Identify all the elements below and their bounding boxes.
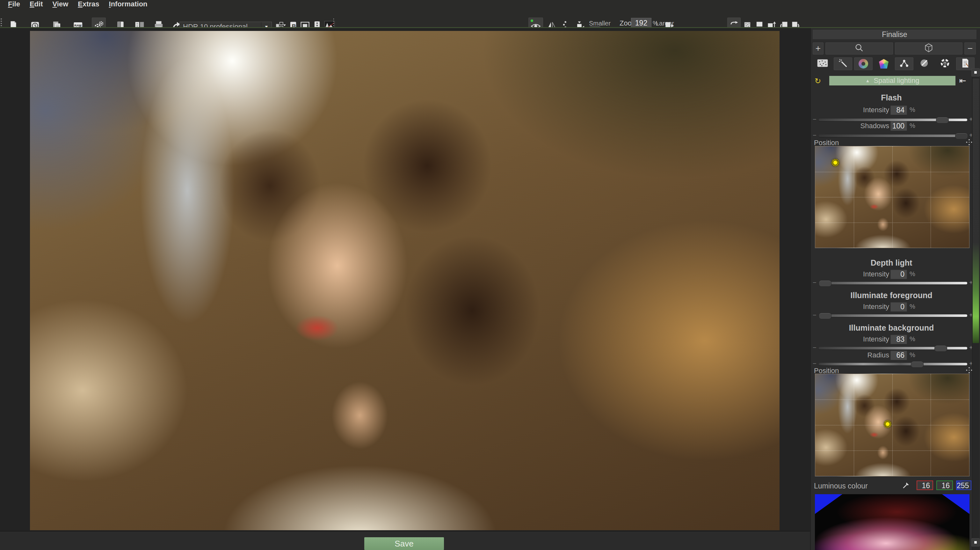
cube-icon: [924, 43, 934, 54]
illuminate-foreground-slider[interactable]: [819, 314, 967, 317]
section-header-label: Spatial lighting: [873, 77, 919, 85]
slider-minus[interactable]: −: [813, 279, 816, 286]
illuminate-background-slider[interactable]: [819, 347, 967, 349]
depth-light-intensity-row: Intensity 0 %: [811, 269, 977, 279]
illuminate-foreground-intensity-label: Intensity: [811, 303, 889, 311]
slider-minus[interactable]: −: [813, 311, 816, 319]
tab-nodes[interactable]: [895, 57, 913, 70]
search-input[interactable]: [826, 42, 893, 54]
panel-scrollbar-thumb[interactable]: [973, 78, 979, 343]
menu-information[interactable]: Information: [109, 0, 148, 8]
tab-grain[interactable]: [813, 57, 832, 70]
depth-light-slider[interactable]: [819, 282, 967, 284]
slider-minus[interactable]: −: [813, 360, 816, 367]
illuminate-background-radius-value[interactable]: 66: [891, 351, 907, 360]
status-bar: Save: [0, 531, 810, 550]
luminous-colour-green-value[interactable]: 16: [936, 480, 953, 490]
document-text-icon: [961, 58, 970, 69]
scroll-up-icon: [974, 71, 977, 74]
zoom-value-field[interactable]: 192: [631, 18, 651, 28]
panel-title: Finalise: [813, 30, 977, 39]
arrow-to-left-icon: ⇤: [959, 76, 966, 86]
illuminate-background-radius-slider[interactable]: [819, 363, 967, 365]
reset-section-button[interactable]: ↻: [813, 77, 822, 85]
background-position-thumbnail[interactable]: [815, 374, 969, 476]
group-title-illuminate-foreground: Illuminate foreground: [813, 291, 969, 300]
illuminate-background-radius-row: Radius 66 %: [811, 351, 977, 360]
main-toolbar: RAW HDR 10 professional ▼ B: [0, 8, 980, 27]
main-photo-preview[interactable]: [30, 31, 780, 530]
dock-panel-button[interactable]: ⇤: [958, 76, 968, 85]
scrollbar-up-button[interactable]: [971, 68, 980, 77]
flash-shadows-unit: %: [910, 122, 915, 129]
menu-extras[interactable]: Extras: [78, 0, 99, 8]
luminous-colour-blue-value[interactable]: 255: [956, 480, 971, 490]
application-window: File Edit View Extras Information RAW: [0, 0, 980, 550]
depth-light-intensity-unit: %: [910, 270, 915, 278]
active-indicator-dot: [531, 19, 533, 22]
flash-intensity-label: Intensity: [811, 106, 889, 114]
section-header-spatial-lighting[interactable]: ▲ Spatial lighting: [829, 76, 955, 85]
slider-minus[interactable]: −: [813, 132, 816, 139]
colour-cube-icon: [879, 59, 889, 69]
tab-aperture[interactable]: [936, 57, 954, 70]
flash-shadows-label: Shadows: [811, 122, 889, 130]
illuminate-background-intensity-label: Intensity: [811, 335, 889, 343]
scrollbar-down-button[interactable]: [971, 538, 980, 547]
depth-light-intensity-label: Intensity: [811, 270, 889, 278]
flash-shadows-row: Shadows 100 %: [811, 121, 977, 131]
menu-bar: File Edit View Extras Information: [0, 0, 980, 8]
menu-edit[interactable]: Edit: [30, 0, 43, 8]
group-title-illuminate-background: Illuminate background: [813, 323, 969, 333]
flash-intensity-value[interactable]: 84: [891, 105, 907, 115]
palette-brush-icon: [920, 58, 930, 69]
depth-light-handle[interactable]: [819, 280, 832, 287]
illuminate-background-intensity-row: Intensity 83 %: [811, 335, 977, 344]
menu-file[interactable]: File: [8, 0, 20, 8]
grain-noise-icon: [817, 59, 828, 69]
flash-intensity-slider[interactable]: [819, 119, 967, 121]
colour-wheel-icon: [859, 59, 868, 69]
luminous-colour-label: Luminous colour: [814, 482, 868, 490]
save-button[interactable]: Save: [364, 537, 444, 550]
flash-shadows-value[interactable]: 100: [891, 121, 907, 131]
tab-palette[interactable]: [915, 57, 934, 70]
nodes-icon: [899, 58, 909, 69]
illuminate-background-radius-label: Radius: [811, 351, 889, 359]
flash-shadows-slider[interactable]: [819, 135, 967, 137]
refresh-icon: ↻: [815, 77, 821, 85]
flash-position-thumbnail[interactable]: [815, 146, 969, 248]
grid-line: [815, 223, 969, 223]
tab-retouch[interactable]: [834, 57, 852, 70]
flash-intensity-row: Intensity 84 %: [811, 105, 977, 115]
magic-pen-icon: [838, 58, 848, 69]
aperture-icon: [940, 58, 950, 69]
remove-filter-button[interactable]: −: [964, 42, 976, 54]
illuminate-foreground-slider-row: − +: [811, 313, 977, 320]
illuminate-background-radius-unit: %: [910, 351, 915, 359]
tab-colour-wheel[interactable]: [854, 57, 873, 70]
flash-shadows-handle[interactable]: [955, 133, 968, 139]
editing-canvas-area: [0, 28, 810, 531]
illuminate-foreground-intensity-unit: %: [910, 303, 915, 310]
light-source-marker[interactable]: [832, 159, 839, 166]
luminous-colour-field[interactable]: [815, 494, 969, 550]
flash-intensity-unit: %: [910, 106, 915, 113]
finalise-panel: Finalise + −: [810, 28, 980, 550]
illuminate-background-intensity-unit: %: [910, 335, 915, 343]
grid-line: [815, 197, 969, 198]
luminous-colour-red-value[interactable]: 16: [916, 480, 933, 490]
3d-lut-button[interactable]: [895, 42, 963, 54]
illuminate-background-radius-handle[interactable]: [911, 361, 924, 368]
group-title-depth-light: Depth light: [813, 258, 969, 268]
depth-light-intensity-value[interactable]: 0: [891, 269, 907, 279]
tab-colour-cube[interactable]: [875, 57, 893, 70]
light-source-marker[interactable]: [884, 420, 891, 428]
illuminate-foreground-handle[interactable]: [819, 313, 832, 319]
menu-view[interactable]: View: [52, 0, 68, 8]
colour-picker-pipette-icon[interactable]: [902, 481, 910, 491]
add-filter-button[interactable]: +: [813, 42, 824, 54]
illuminate-background-intensity-value[interactable]: 83: [891, 335, 907, 344]
collapse-triangle-icon: ▲: [865, 78, 870, 83]
illuminate-foreground-intensity-value[interactable]: 0: [891, 302, 907, 311]
